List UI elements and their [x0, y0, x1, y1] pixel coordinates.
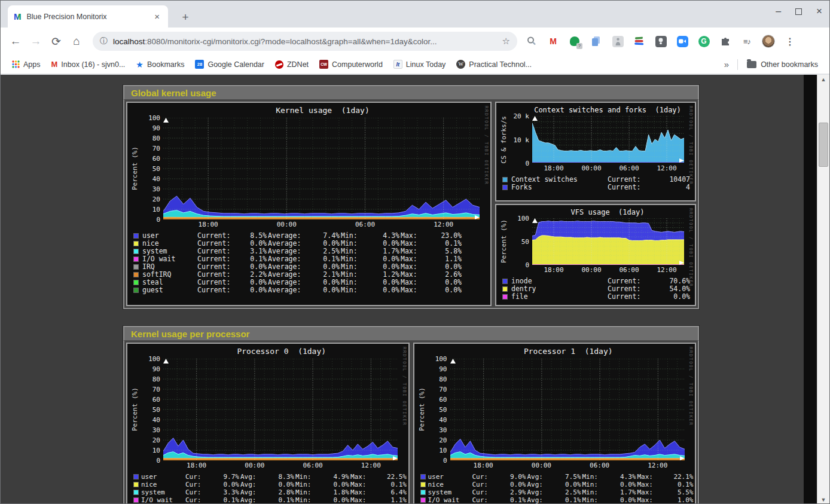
home-button[interactable]: ⌂ [66, 35, 87, 48]
tab-close-button[interactable]: × [152, 11, 162, 22]
legend-series-name: I/O wait [428, 496, 472, 504]
legend-series-name: file [511, 293, 608, 301]
window-minimize-button[interactable]: – [776, 8, 781, 14]
browser-menu-button[interactable]: ⋮ [783, 35, 797, 48]
legend-row: ForksCurrent:4 [502, 184, 691, 191]
legend-series-name: user [141, 473, 185, 481]
context-switches-plot[interactable] [532, 116, 684, 163]
lamp-extension-icon[interactable] [654, 35, 667, 48]
legend-stat-value: 9.0% [501, 473, 527, 481]
copy-pages-extension-icon[interactable] [590, 35, 603, 48]
chart-svg [450, 359, 685, 460]
bookmark-google-calendar[interactable]: 28 Google Calendar [195, 60, 264, 69]
browser-window: { "browser": { "tab": {"title": "Blue Pr… [0, 0, 830, 504]
folder-icon [747, 61, 756, 68]
bookmark-inbox[interactable]: M Inbox (16) - sjvn0... [51, 60, 126, 69]
legend-swatch [133, 497, 139, 503]
vfs-usage-graph[interactable]: VFS usage (1day) RRDTOOL / TOBI OETIKER … [495, 204, 696, 306]
zoom-extension-icon[interactable] [676, 35, 689, 48]
processor-1-graph[interactable]: Processor 1 (1day) RRDTOOL / TOBI OETIKE… [413, 343, 697, 504]
chat-extension-icon[interactable]: ? [568, 35, 581, 48]
page-scrollbar[interactable]: ▲ ▼ [817, 75, 829, 504]
extensions-puzzle-icon[interactable] [719, 35, 732, 48]
legend-stat-label: Max: [637, 473, 666, 481]
legend-stat-label: Cur: [185, 488, 214, 496]
books-extension-icon[interactable] [633, 35, 646, 48]
reload-button[interactable]: ⟳ [46, 35, 66, 48]
y-tick-label: 10 [152, 447, 160, 454]
legend-stat-label: Max: [637, 488, 666, 496]
y-tick-label: 100 [148, 114, 160, 122]
window-close-button[interactable]: × [816, 8, 822, 15]
grammarly-extension-icon[interactable]: G [697, 35, 710, 48]
gmail-extension-icon[interactable]: M [547, 35, 560, 48]
x-tick-label: 00:00 [532, 462, 551, 469]
y-tick-label: 40 [152, 175, 160, 183]
address-bar[interactable]: ⓘ localhost :8080/monitorix-cgi/monitori… [93, 32, 517, 51]
accessibility-extension-icon[interactable] [611, 35, 624, 48]
page-info-icon[interactable]: ⓘ [100, 36, 108, 47]
legend-stat-label: Cur: [472, 473, 501, 481]
y-tick-label: 90 [152, 124, 160, 132]
kernel-usage-plot[interactable] [163, 118, 480, 219]
bookmark-zdnet[interactable]: ZDNet [275, 60, 309, 69]
bookmark-star-button[interactable]: ☆ [502, 36, 510, 47]
browser-tab[interactable]: MM Blue Precision Monitorix × [8, 5, 168, 28]
legend-row: niceCurrent:0.0%Average:0.0%Min:0.0%Max:… [133, 240, 487, 248]
forward-button[interactable]: → [26, 35, 46, 48]
window-maximize-button[interactable] [795, 8, 802, 15]
y-tick-label: 0 [156, 457, 160, 465]
scrollbar-up-arrow[interactable]: ▲ [817, 75, 829, 84]
x-tick-label: 12:00 [648, 462, 667, 469]
legend-stat-value: 1.1% [379, 496, 408, 504]
new-tab-button[interactable]: + [178, 11, 193, 24]
x-axis-ticks: 18:0000:0006:0012:00 [532, 163, 684, 172]
legend-stat-value: 0.0% [611, 496, 637, 504]
bookmarks-overflow-chevron[interactable]: » [724, 59, 729, 69]
y-axis-ticks: 050100 [511, 218, 532, 265]
vfs-usage-plot[interactable] [532, 218, 684, 265]
legend-stat-value: 9.7% [214, 473, 240, 481]
kernel-usage-graph[interactable]: Kernel usage (1day) RRDTOOL / TOBI OETIK… [126, 102, 492, 306]
legend-stat-label: Min: [295, 488, 324, 496]
zdnet-icon [275, 60, 283, 69]
apps-shortcut[interactable]: Apps [12, 60, 41, 69]
legend-swatch [502, 185, 508, 190]
processor-0-graph[interactable]: Processor 0 (1day) RRDTOOL / TOBI OETIKE… [126, 343, 410, 504]
playlist-extension-icon[interactable]: ≡♪ [740, 35, 753, 48]
legend-stat-value: 2.8% [269, 488, 295, 496]
bookmark-linux-today[interactable]: lt Linux Today [393, 60, 446, 69]
scrollbar-thumb[interactable] [819, 123, 828, 167]
back-button[interactable]: ← [5, 35, 26, 48]
x-tick-label: 00:00 [277, 221, 297, 228]
profile-avatar[interactable] [762, 35, 775, 48]
other-bookmarks-folder[interactable]: Other bookmarks [747, 60, 818, 69]
star-icon: ★ [136, 60, 144, 69]
processor-0-plot[interactable] [163, 359, 398, 460]
y-tick-label: 100 [517, 215, 529, 222]
legend-stat-label: Max: [350, 473, 379, 481]
search-extension-icon[interactable] [525, 35, 538, 48]
bookmark-bookmarks[interactable]: ★ Bookmarks [136, 60, 184, 69]
legend-series-name: nice [428, 481, 472, 488]
y-tick-label: 80 [152, 375, 160, 383]
y-axis-label: Percent (%) [500, 218, 511, 265]
legend-row: stealCurrent:0.0%Average:0.0%Min:0.0%Max… [133, 279, 487, 286]
legend-stat-label: Avg: [527, 488, 556, 496]
legend-swatch [133, 482, 139, 487]
processor-1-plot[interactable] [450, 359, 685, 460]
extensions-row: M ? G ≡♪ ⋮ [521, 35, 801, 48]
legend-swatch [133, 474, 139, 479]
bookmark-computerworld[interactable]: CW Computerworld [319, 60, 383, 69]
bookmark-practical-tech[interactable]: W Practical Technol... [456, 60, 532, 69]
y-tick-label: 50 [521, 238, 529, 246]
legend-stat-value: 4.3% [611, 473, 637, 481]
legend-row: systemCur:2.9%Avg:2.5%Min:1.7%Max:5.5% [420, 488, 692, 496]
y-tick-label: 30 [152, 185, 160, 193]
context-switches-graph[interactable]: Context switches and forks (1day) RRDTOO… [495, 102, 696, 201]
section-header: Kernel usage per processor [123, 326, 699, 341]
legend-stat-value: 6.4% [379, 488, 408, 496]
legend-stat-value: 22.1% [666, 473, 695, 481]
scrollbar-down-arrow[interactable]: ▼ [817, 495, 829, 504]
url-host: localhost [113, 37, 145, 46]
